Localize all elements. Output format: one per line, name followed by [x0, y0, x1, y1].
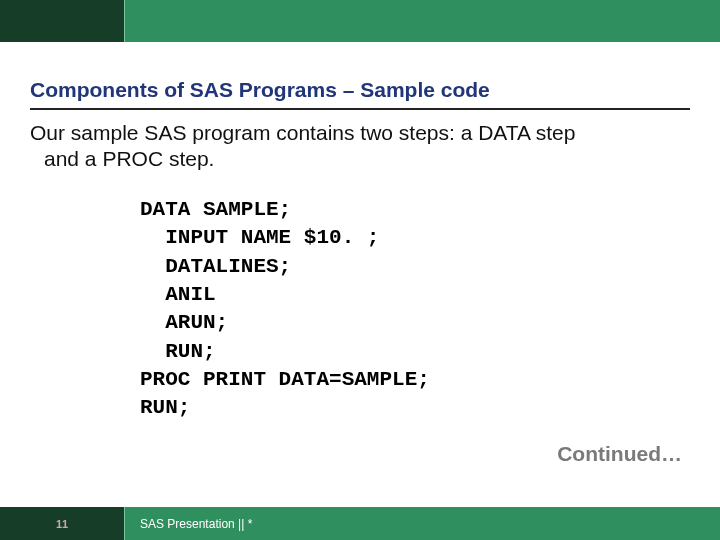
body-text: Our sample SAS program contains two step…	[30, 120, 690, 173]
body-line-2: and a PROC step.	[30, 146, 690, 172]
slide-heading: Components of SAS Programs – Sample code	[30, 78, 690, 110]
slide: Components of SAS Programs – Sample code…	[0, 0, 720, 540]
page-number-box: 11	[0, 507, 125, 540]
continued-label: Continued…	[557, 442, 682, 466]
footer-text: SAS Presentation || *	[140, 507, 252, 540]
body-line-1: Our sample SAS program contains two step…	[30, 121, 575, 144]
page-number: 11	[56, 518, 68, 530]
top-left-logo-box	[0, 0, 125, 42]
code-sample: DATA SAMPLE; INPUT NAME $10. ; DATALINES…	[140, 196, 430, 423]
